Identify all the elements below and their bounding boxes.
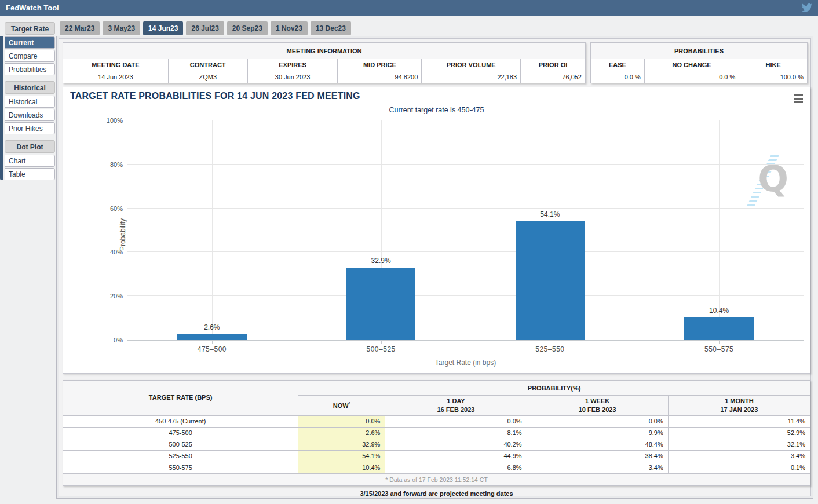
y-gridline (127, 164, 804, 165)
meeting-value-expires: 30 Jun 2023 (247, 71, 338, 83)
probability-value-cell: 0.0% (527, 415, 668, 427)
app-title: FedWatch Tool (6, 3, 59, 12)
tab-1-nov23[interactable]: 1 Nov23 (271, 21, 308, 35)
meeting-header-mid-price: MID PRICE (338, 59, 422, 71)
x-category-label: 525–550 (466, 345, 635, 353)
meeting-header-prior-oi: PRIOR OI (521, 59, 586, 71)
sidebar-item-table[interactable]: Table (5, 168, 55, 180)
tab-20-sep23[interactable]: 20 Sep23 (227, 21, 268, 35)
tab-22-mar23[interactable]: 22 Mar23 (60, 21, 100, 35)
meeting-value-contract: ZQM3 (168, 71, 247, 83)
chart-category-525-550: 54.1%525–550 (466, 120, 635, 340)
now-value-cell: 32.9% (298, 439, 385, 450)
target-rate-bps-header: TARGET RATE (BPS) (63, 381, 298, 416)
probability-bar[interactable] (684, 317, 754, 340)
app-header: FedWatch Tool (0, 0, 818, 16)
tab-14-jun23[interactable]: 14 Jun23 (143, 21, 183, 35)
x-tick-mark (550, 341, 550, 344)
probabilities-summary-title: PROBABILITIES (591, 43, 808, 59)
table-row-525-550: 525-55054.1%44.9%38.4%3.4% (63, 450, 810, 462)
sidebar-item-historical[interactable]: Historical (5, 96, 55, 108)
y-tick-label: 80% (110, 161, 123, 168)
probability-group-header: PROBABILITY(%) (298, 381, 810, 396)
sidebar-header-historical[interactable]: Historical (5, 81, 55, 94)
bar-value-label: 2.6% (127, 323, 297, 331)
summary-header-ease: EASE (591, 59, 645, 71)
bar-value-label: 32.9% (297, 257, 466, 265)
y-tick-label: 60% (110, 205, 123, 212)
meeting-value-prior-oi: 76,052 (521, 71, 586, 83)
meeting-header-contract: CONTRACT (168, 59, 247, 71)
probability-value-cell: 3.4% (527, 462, 668, 473)
now-value-cell: 10.4% (298, 462, 385, 473)
sidebar-item-probabilities[interactable]: Probabilities (5, 63, 55, 75)
y-tick-label: 40% (110, 249, 123, 255)
probabilities-summary-value-row: 0.0 %0.0 %100.0 % (591, 71, 808, 83)
tab-26-jul23[interactable]: 26 Jul23 (186, 21, 224, 35)
sidebar-item-downloads[interactable]: Downloads (5, 109, 55, 121)
column-header-1-month: 1 MONTH17 JAN 2023 (668, 396, 810, 416)
summary-value-no-change: 0.0 % (644, 71, 739, 83)
twitter-icon[interactable] (802, 3, 812, 12)
probability-value-cell: 8.1% (385, 427, 527, 439)
hamburger-menu-icon[interactable] (794, 94, 803, 105)
tab-13-dec23[interactable]: 13 Dec23 (311, 21, 351, 35)
column-header-1-day: 1 DAY16 FEB 2023 (385, 396, 527, 416)
meeting-information-title: MEETING INFORMATION (63, 43, 586, 59)
y-tick-label: 0% (114, 337, 123, 344)
probability-value-cell: 52.9% (668, 427, 810, 439)
main-panel: MEETING INFORMATION MEETING DATECONTRACT… (56, 36, 813, 499)
x-category-label: 500–525 (297, 345, 466, 353)
probability-value-cell: 32.1% (668, 439, 810, 450)
meeting-information-table: MEETING INFORMATION MEETING DATECONTRACT… (63, 42, 586, 83)
target-rate-chart: TARGET RATE PROBABILITIES FOR 14 JUN 202… (63, 87, 810, 374)
table-row-500-525: 500-52532.9%40.2%48.4%32.1% (63, 439, 810, 450)
sidebar-header-target-rate[interactable]: Target Rate (5, 22, 55, 35)
main-panel-inner: MEETING INFORMATION MEETING DATECONTRACT… (59, 38, 811, 496)
target-rate-cell: 500-525 (63, 439, 298, 450)
meeting-date-tabs: 22 Mar233 May2314 Jun2326 Jul2320 Sep231… (60, 21, 351, 35)
y-tick-label: 20% (110, 293, 123, 300)
summary-header-hike: HIKE (739, 59, 808, 71)
probability-value-cell: 0.0% (385, 415, 527, 427)
x-tick-mark (381, 341, 382, 344)
y-gridline (127, 295, 804, 296)
probability-value-cell: 38.4% (527, 450, 668, 462)
probabilities-summary-header-row: EASENO CHANGEHIKE (591, 59, 808, 71)
table-row-450-475-current: 450-475 (Current)0.0%0.0%0.0%11.4% (63, 415, 810, 427)
table-row-550-575: 550-57510.4%6.8%3.4%0.1% (63, 462, 810, 473)
probability-bar[interactable] (177, 334, 247, 340)
tab-3-may23[interactable]: 3 May23 (103, 21, 140, 35)
x-tick-mark (212, 341, 213, 344)
probability-value-cell: 44.9% (385, 450, 527, 462)
y-gridline (127, 251, 804, 252)
projected-dates-note: 3/15/2023 and forward are projected meet… (63, 490, 810, 497)
probabilities-summary-table: PROBABILITIES EASENO CHANGEHIKE 0.0 %0.0… (590, 42, 808, 83)
sidebar-item-prior-hikes[interactable]: Prior Hikes (5, 122, 55, 134)
x-tick-mark (719, 341, 720, 344)
sidebar: Target RateCurrentCompareProbabilitiesHi… (0, 22, 55, 181)
meeting-information-value-row: 14 Jun 2023ZQM330 Jun 202394.820022,1837… (63, 71, 586, 83)
target-rate-cell: 450-475 (Current) (63, 415, 298, 427)
chart-subtitle: Current target rate is 450-475 (63, 106, 810, 114)
sidebar-item-chart[interactable]: Chart (5, 155, 55, 167)
meeting-value-prior-volume: 22,183 (422, 71, 521, 83)
now-value-cell: 2.6% (298, 427, 385, 439)
probability-bar[interactable] (346, 268, 416, 340)
summary-header-no-change: NO CHANGE (644, 59, 739, 71)
sidebar-item-compare[interactable]: Compare (5, 50, 55, 62)
sidebar-item-current[interactable]: Current (5, 36, 55, 49)
summary-value-ease: 0.0 % (591, 71, 645, 83)
meeting-information-header-row: MEETING DATECONTRACTEXPIRESMID PRICEPRIO… (63, 59, 586, 71)
probability-value-cell: 48.4% (527, 439, 668, 450)
column-header-1-week: 1 WEEK10 FEB 2023 (527, 396, 668, 416)
sidebar-header-dot-plot[interactable]: Dot Plot (5, 140, 55, 153)
probability-value-cell: 3.4% (668, 450, 810, 462)
probability-detail-table: TARGET RATE (BPS) PROBABILITY(%) NOW*1 D… (63, 380, 810, 486)
chart-category-500-525: 32.9%500–525 (297, 120, 466, 340)
probability-bar[interactable] (516, 221, 585, 340)
target-rate-cell: 525-550 (63, 450, 298, 462)
x-axis-title: Target Rate (in bps) (127, 359, 804, 367)
chart-title: TARGET RATE PROBABILITIES FOR 14 JUN 202… (70, 91, 360, 101)
bar-value-label: 10.4% (634, 306, 804, 315)
